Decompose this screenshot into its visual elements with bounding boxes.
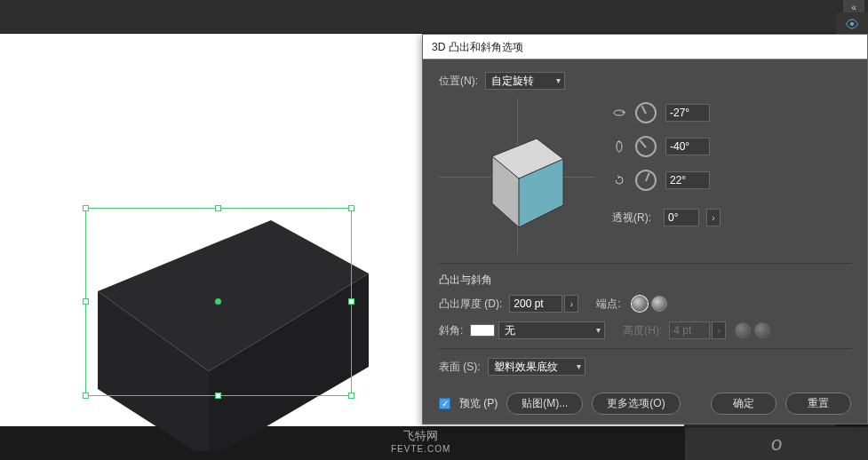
bevel-height-stepper: › bbox=[712, 321, 726, 339]
dialog-3d-extrude-bevel: 3D 凸出和斜角选项 位置(N): 自定旋转 bbox=[422, 34, 868, 424]
position-label: 位置(N): bbox=[439, 74, 478, 89]
extrude-depth-input[interactable]: 200 pt bbox=[509, 295, 562, 313]
bevel-in-icon bbox=[735, 322, 751, 338]
eye-icon[interactable] bbox=[836, 12, 868, 36]
rotate-x-icon bbox=[612, 106, 626, 120]
position-select[interactable]: 自定旋转 bbox=[485, 72, 565, 90]
rotate-z-icon bbox=[612, 173, 626, 187]
cap-off-button[interactable] bbox=[651, 296, 667, 312]
rotate-y-icon bbox=[612, 139, 626, 154]
extrude-depth-label: 凸出厚度 (D): bbox=[439, 297, 502, 312]
rotate-y-dial[interactable] bbox=[635, 136, 657, 157]
char-display: o bbox=[771, 432, 782, 456]
preview-checkbox[interactable]: ✓ bbox=[439, 398, 450, 409]
bottom-panel: o bbox=[685, 426, 868, 460]
svg-point-12 bbox=[617, 141, 622, 152]
cap-on-button[interactable] bbox=[632, 296, 648, 312]
rotate-z-dial[interactable] bbox=[635, 170, 657, 191]
rotate-x-dial[interactable] bbox=[635, 102, 657, 123]
preview-label[interactable]: 预览 (P) bbox=[459, 396, 498, 411]
rotation-trackball[interactable] bbox=[439, 99, 594, 254]
bevel-swatch bbox=[470, 324, 495, 337]
selection-bounding-box[interactable] bbox=[85, 208, 352, 396]
extrude-section-title: 凸出与斜角 bbox=[439, 273, 851, 288]
reset-button[interactable]: 重置 bbox=[785, 393, 851, 415]
ok-button[interactable]: 确定 bbox=[711, 393, 776, 415]
surface-select[interactable]: 塑料效果底纹 bbox=[488, 358, 585, 376]
map-art-button[interactable]: 贴图(M)... bbox=[506, 393, 583, 415]
bevel-height-label: 高度(H): bbox=[623, 323, 662, 338]
extrude-depth-stepper[interactable]: › bbox=[564, 295, 578, 313]
dialog-title[interactable]: 3D 凸出和斜角选项 bbox=[423, 35, 867, 59]
svg-point-0 bbox=[850, 22, 854, 26]
bevel-out-icon bbox=[754, 322, 770, 338]
more-options-button[interactable]: 更多选项(O) bbox=[592, 393, 680, 415]
bevel-label: 斜角: bbox=[439, 323, 463, 338]
perspective-label: 透视(R): bbox=[612, 210, 651, 226]
perspective-stepper[interactable]: › bbox=[706, 209, 721, 226]
rotate-y-input[interactable]: -40° bbox=[665, 138, 710, 155]
bevel-select[interactable]: 无 bbox=[498, 321, 605, 339]
rotate-z-input[interactable]: 22° bbox=[665, 171, 710, 189]
cap-label: 端点: bbox=[596, 297, 620, 312]
watermark: 飞特网 FEVTE.COM bbox=[391, 428, 450, 454]
rotate-x-input[interactable]: -27° bbox=[665, 104, 710, 122]
perspective-input[interactable]: 0° bbox=[664, 209, 699, 226]
surface-label: 表面 (S): bbox=[439, 360, 481, 375]
bevel-height-input: 4 pt bbox=[669, 321, 710, 339]
